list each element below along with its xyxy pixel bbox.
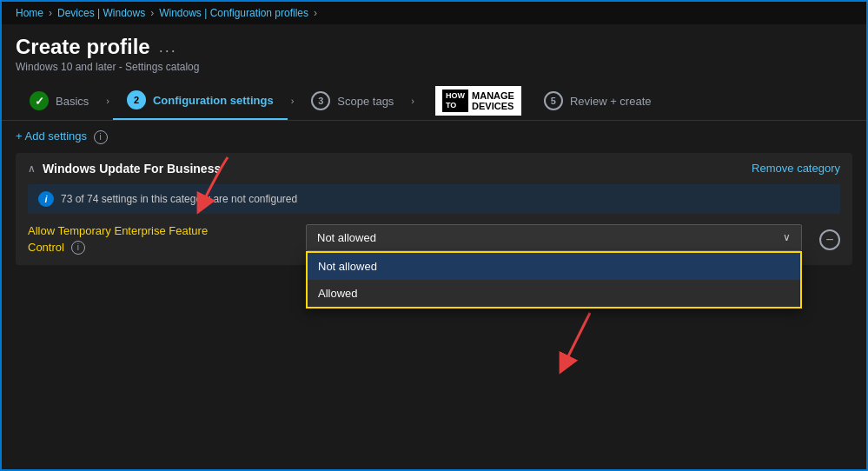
page-subtitle: Windows 10 and later - Settings catalog xyxy=(16,61,852,82)
wizard-tabs: ✓ Basics › 2 Configuration settings › 3 … xyxy=(2,82,866,121)
category-title-row: ∧ Windows Update For Business xyxy=(28,162,221,176)
logo-how-text: HOW TO xyxy=(442,90,468,112)
category-header: ∧ Windows Update For Business Remove cat… xyxy=(16,153,852,184)
tab-basics-label: Basics xyxy=(56,95,89,108)
category-title: Windows Update For Business xyxy=(43,162,221,176)
tab-config-label: Configuration settings xyxy=(153,94,274,107)
breadcrumb-sep-2: › xyxy=(150,7,154,19)
add-settings-info-icon[interactable]: i xyxy=(94,130,108,144)
dropdown-arrow-icon: ∨ xyxy=(783,231,791,243)
tab-scope-num: 3 xyxy=(311,91,330,110)
tab-config-settings[interactable]: 2 Configuration settings xyxy=(113,82,288,120)
minus-icon: − xyxy=(825,232,833,248)
category-chevron-icon[interactable]: ∧ xyxy=(28,163,36,175)
setting-row: Allow Temporary Enterprise Feature Contr… xyxy=(16,214,852,265)
tab-chevron-1: › xyxy=(106,96,109,106)
add-settings-link[interactable]: + Add settings xyxy=(16,129,87,143)
remove-setting-button[interactable]: − xyxy=(819,229,840,250)
setting-info-row: Control i xyxy=(28,241,85,255)
dropdown-menu: Not allowed Allowed xyxy=(306,251,802,308)
wizard-tabs-wrapper: ✓ Basics › 2 Configuration settings › 3 … xyxy=(2,82,866,121)
setting-info-icon[interactable]: i xyxy=(71,241,85,255)
tab-review-label: Review + create xyxy=(570,95,652,108)
breadcrumb-sep-3: › xyxy=(314,7,317,19)
page-title: Create profile xyxy=(16,35,150,59)
tab-config-num: 2 xyxy=(127,90,146,109)
setting-label-line1: Allow Temporary Enterprise Feature xyxy=(28,224,208,237)
dropdown-option-not-allowed[interactable]: Not allowed xyxy=(308,253,800,280)
more-options-button[interactable]: ... xyxy=(159,38,177,56)
main-content: + Add settings i ∧ Windows Update For Bu… xyxy=(2,121,866,265)
setting-label-line2: Control xyxy=(28,241,64,254)
tab-review-create[interactable]: 5 Review + create xyxy=(530,83,666,119)
info-banner-icon: i xyxy=(38,191,54,207)
dropdown-option-allowed[interactable]: Allowed xyxy=(308,280,800,307)
howto-manage-devices-logo: HOW TO MANAGE DEVICES xyxy=(435,86,521,116)
breadcrumb-home[interactable]: Home xyxy=(16,7,43,19)
breadcrumb-devices-windows[interactable]: Devices | Windows xyxy=(57,7,145,19)
info-banner-text: 73 of 74 settings in this category are n… xyxy=(61,193,297,205)
dropdown-container: Not allowed ∨ Not allowed Allowed xyxy=(306,224,802,251)
tab-scope-tags[interactable]: 3 Scope tags xyxy=(297,83,407,119)
remove-category-button[interactable]: Remove category xyxy=(752,162,840,175)
tab-basics-num: ✓ xyxy=(30,91,49,110)
dropdown-value: Not allowed xyxy=(317,231,376,244)
header-area: Create profile ... Windows 10 and later … xyxy=(2,24,866,82)
red-arrow-dropdown-indicator xyxy=(538,308,625,378)
breadcrumb-sep-1: › xyxy=(49,7,52,19)
tab-basics[interactable]: ✓ Basics xyxy=(16,83,103,119)
tab-chevron-3: › xyxy=(411,96,414,106)
breadcrumb: Home › Devices | Windows › Windows | Con… xyxy=(2,2,866,24)
tab-scope-label: Scope tags xyxy=(337,95,394,108)
tab-review-num: 5 xyxy=(544,91,563,110)
tab-chevron-2: › xyxy=(291,96,295,106)
category-section: ∧ Windows Update For Business Remove cat… xyxy=(16,153,852,265)
dropdown-selected[interactable]: Not allowed ∨ xyxy=(306,224,802,251)
logo-manage-text: MANAGE DEVICES xyxy=(472,90,514,111)
info-banner: i 73 of 74 settings in this category are… xyxy=(28,184,840,214)
setting-label: Allow Temporary Enterprise Feature Contr… xyxy=(28,224,288,255)
breadcrumb-config-profiles[interactable]: Windows | Configuration profiles xyxy=(159,7,308,19)
add-settings-row: + Add settings i xyxy=(16,121,852,153)
